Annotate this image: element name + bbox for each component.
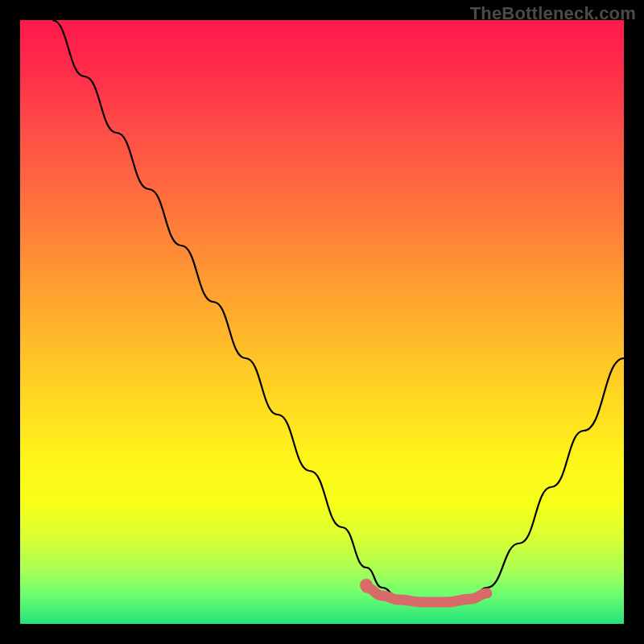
watermark-text: TheBottleneck.com <box>470 3 636 24</box>
plot-area <box>20 20 624 624</box>
highlight-dot <box>360 579 373 592</box>
bottleneck-curve <box>52 20 624 604</box>
highlight-segment <box>366 588 487 602</box>
outer-frame: TheBottleneck.com <box>0 0 644 644</box>
chart-svg <box>20 20 624 624</box>
